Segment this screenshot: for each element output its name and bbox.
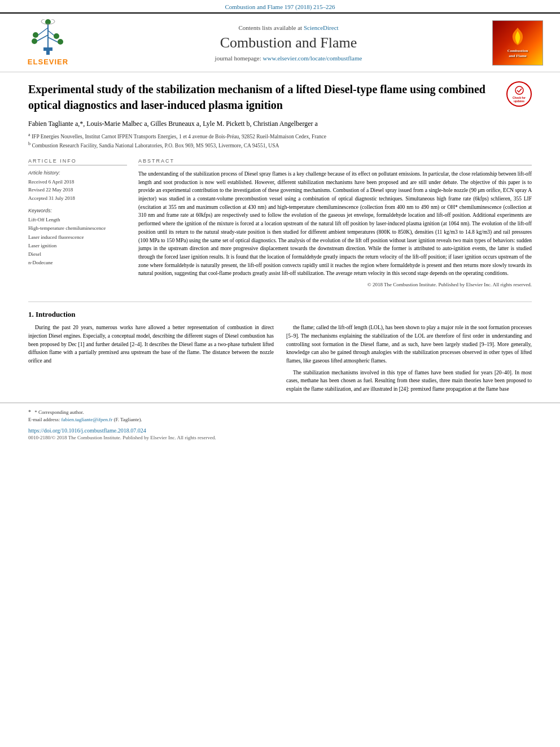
intro-two-columns: During the past 20 years, numerous works… xyxy=(28,324,532,397)
footnote-corresponding: * * Corresponding author. xyxy=(28,408,532,417)
article-info-column: ARTICLE INFO Article history: Received 6… xyxy=(28,158,127,291)
footnote-area: * * Corresponding author. E-mail address… xyxy=(0,403,560,424)
article-title-text: Experimental study of the stabilization … xyxy=(28,81,506,113)
footnote-star: * xyxy=(28,409,31,415)
svg-point-7 xyxy=(33,32,38,38)
intro-p3: The stabilization mechanisms involved in… xyxy=(286,369,532,394)
abstract-column: ABSTRACT The understanding of the stabil… xyxy=(138,158,532,291)
homepage-link[interactable]: www.elsevier.com/locate/combustflame xyxy=(263,55,362,62)
keyword-5: Diesel xyxy=(28,250,127,259)
flame-cover-icon xyxy=(509,27,526,46)
doi-line: https://doi.org/10.1016/j.combustflame.2… xyxy=(0,424,560,435)
journal-reference: Combustion and Flame 197 (2018) 215–226 xyxy=(225,3,335,10)
journal-title: Combustion and Flame xyxy=(85,34,492,51)
keyword-6: n-Dodecane xyxy=(28,259,127,267)
journal-header: ELSEVIER Contents lists available at Sci… xyxy=(0,12,560,72)
journal-cover: Combustion and Flame xyxy=(492,20,543,65)
check-updates-badge: Check for updates xyxy=(506,81,532,107)
svg-rect-0 xyxy=(46,50,50,55)
sciencedirect-link[interactable]: ScienceDirect xyxy=(304,24,339,31)
revised-date: Revised 22 May 2018 xyxy=(28,186,127,194)
elsevier-tree-icon xyxy=(25,19,71,56)
homepage-line: journal homepage: www.elsevier.com/locat… xyxy=(85,55,492,62)
top-bar: Combustion and Flame 197 (2018) 215–226 xyxy=(0,0,560,12)
svg-point-9 xyxy=(32,38,37,44)
svg-point-13 xyxy=(515,86,523,94)
journal-link[interactable]: Combustion and Flame 197 (2018) 215–226 xyxy=(225,3,335,10)
affiliation-b: b Combustion Research Facility, Sandia N… xyxy=(28,141,532,150)
svg-point-10 xyxy=(58,39,63,45)
intro-p2: the flame; called the lift-off length (L… xyxy=(286,324,532,365)
keyword-2: High-temperature chemiluminescence xyxy=(28,224,127,233)
check-updates-icon xyxy=(515,86,524,95)
intro-heading: 1. Introduction xyxy=(28,310,532,319)
keyword-1: Lift-Off Length xyxy=(28,216,127,224)
article-title-row: Experimental study of the stabilization … xyxy=(28,81,532,113)
keywords-title: Keywords: xyxy=(28,208,127,213)
doi-link[interactable]: https://doi.org/10.1016/j.combustflame.2… xyxy=(28,427,146,434)
info-abstract-columns: ARTICLE INFO Article history: Received 6… xyxy=(28,158,532,291)
abstract-label: ABSTRACT xyxy=(138,158,532,165)
keyword-3: Laser induced fluorescence xyxy=(28,233,127,242)
article-info-label: ARTICLE INFO xyxy=(28,158,127,165)
journal-cover-area: Combustion and Flame xyxy=(492,20,549,65)
contents-available-line: Contents lists available at ScienceDirec… xyxy=(85,24,492,31)
intro-col-right: the flame; called the lift-off length (L… xyxy=(286,324,532,397)
introduction-section: 1. Introduction During the past 20 years… xyxy=(0,302,560,397)
keywords-list: Lift-Off Length High-temperature chemilu… xyxy=(28,216,127,268)
publisher-logo-area: ELSEVIER xyxy=(11,19,85,66)
intro-p1: During the past 20 years, numerous works… xyxy=(28,324,274,365)
received-date: Received 6 April 2018 xyxy=(28,178,127,186)
issn-line: 0010-2180/© 2018 The Combustion Institut… xyxy=(0,435,560,445)
elsevier-logo: ELSEVIER xyxy=(11,19,85,66)
journal-title-area: Contents lists available at ScienceDirec… xyxy=(85,24,492,62)
email-link[interactable]: fabien.tagliante@ifpen.fr xyxy=(61,417,112,422)
cover-journal-title: Combustion and Flame xyxy=(508,49,528,59)
footnote-email: E-mail address: fabien.tagliante@ifpen.f… xyxy=(28,416,532,424)
copyright-line: © 2018 The Combustion Institute. Publish… xyxy=(138,281,532,289)
abstract-text: The understanding of the stabilization p… xyxy=(138,170,532,289)
intro-col-left: During the past 20 years, numerous works… xyxy=(28,324,274,397)
accepted-date: Accepted 31 July 2018 xyxy=(28,194,127,202)
article-history-title: Article history: xyxy=(28,170,127,176)
affiliations: a IFP Energies Nouvelles, Institut Carno… xyxy=(28,132,532,150)
authors-line: Fabien Tagliante a,*, Louis-Marie Malbec… xyxy=(28,120,532,128)
svg-point-8 xyxy=(54,33,59,39)
affiliation-a: a IFP Energies Nouvelles, Institut Carno… xyxy=(28,132,532,141)
keyword-4: Laser ignition xyxy=(28,242,127,250)
svg-line-3 xyxy=(37,28,48,36)
main-content: Experimental study of the stabilization … xyxy=(0,72,560,291)
elsevier-wordmark: ELSEVIER xyxy=(28,58,68,66)
svg-rect-1 xyxy=(43,47,53,51)
